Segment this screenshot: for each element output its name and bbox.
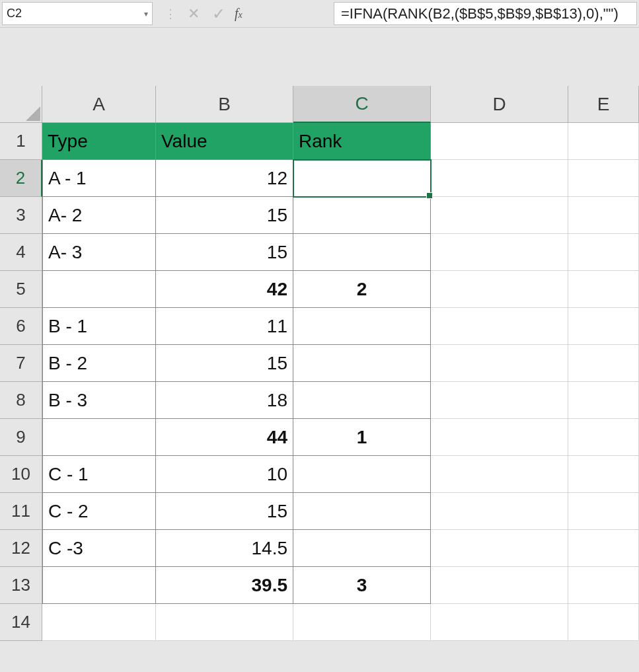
cell-D3[interactable] — [431, 197, 568, 234]
cell-C13[interactable]: 3 — [293, 567, 431, 604]
cell-E6[interactable] — [568, 308, 639, 345]
cell-E5[interactable] — [568, 271, 639, 308]
cell-D2[interactable] — [431, 160, 568, 197]
cell-B11[interactable]: 15 — [156, 493, 293, 530]
cell-E2[interactable] — [568, 160, 639, 197]
cell-D10[interactable] — [431, 456, 568, 493]
cell-E14[interactable] — [568, 604, 639, 641]
cell-B7[interactable]: 15 — [156, 345, 293, 382]
cell-A1[interactable]: Type — [42, 123, 156, 160]
row-header-14[interactable]: 14 — [0, 604, 42, 641]
col-header-C[interactable]: C — [293, 86, 431, 123]
ribbon-spacer — [0, 28, 639, 86]
cell-D6[interactable] — [431, 308, 568, 345]
cell-A14[interactable] — [42, 604, 156, 641]
cell-C10[interactable] — [293, 456, 431, 493]
chevron-down-icon[interactable]: ▾ — [144, 9, 148, 19]
spreadsheet-grid[interactable]: A B C D E 1 Type Value Rank 2 A - 1 12 3… — [0, 86, 639, 641]
cell-A10[interactable]: C - 1 — [42, 456, 156, 493]
col-header-E[interactable]: E — [568, 86, 639, 123]
cell-B13[interactable]: 39.5 — [156, 567, 293, 604]
cell-B4[interactable]: 15 — [156, 234, 293, 271]
row-header-8[interactable]: 8 — [0, 382, 42, 419]
cell-B12[interactable]: 14.5 — [156, 530, 293, 567]
cell-B3[interactable]: 15 — [156, 197, 293, 234]
select-all-triangle-icon — [26, 106, 40, 121]
cell-A4[interactable]: A- 3 — [42, 234, 156, 271]
cell-B9[interactable]: 44 — [156, 419, 293, 456]
cell-A11[interactable]: C - 2 — [42, 493, 156, 530]
fx-icon[interactable]: fx — [235, 6, 243, 21]
row-header-12[interactable]: 12 — [0, 530, 42, 567]
row-header-2[interactable]: 2 — [0, 160, 42, 197]
cell-D11[interactable] — [431, 493, 568, 530]
cell-E4[interactable] — [568, 234, 639, 271]
cell-B10[interactable]: 10 — [156, 456, 293, 493]
cell-C3[interactable] — [293, 197, 431, 234]
cell-E11[interactable] — [568, 493, 639, 530]
row-header-7[interactable]: 7 — [0, 345, 42, 382]
row-header-11[interactable]: 11 — [0, 493, 42, 530]
formula-input[interactable]: =IFNA(RANK(B2,($B$5,$B$9,$B$13),0),"") — [334, 2, 637, 25]
cell-B5[interactable]: 42 — [156, 271, 293, 308]
cell-C9[interactable]: 1 — [293, 419, 431, 456]
formula-text: =IFNA(RANK(B2,($B$5,$B$9,$B$13),0),"") — [341, 5, 619, 22]
cell-A8[interactable]: B - 3 — [42, 382, 156, 419]
name-box[interactable]: C2 ▾ — [2, 2, 153, 25]
col-header-B[interactable]: B — [156, 86, 293, 123]
cell-A6[interactable]: B - 1 — [42, 308, 156, 345]
cell-C12[interactable] — [293, 530, 431, 567]
cell-A5[interactable] — [42, 271, 156, 308]
cell-C6[interactable] — [293, 308, 431, 345]
cell-A12[interactable]: C -3 — [42, 530, 156, 567]
cell-A9[interactable] — [42, 419, 156, 456]
cancel-icon: ✕ — [184, 5, 203, 22]
col-header-A[interactable]: A — [42, 86, 156, 123]
cell-D13[interactable] — [431, 567, 568, 604]
cell-C7[interactable] — [293, 345, 431, 382]
row-header-10[interactable]: 10 — [0, 456, 42, 493]
cell-D4[interactable] — [431, 234, 568, 271]
cell-C11[interactable] — [293, 493, 431, 530]
row-header-6[interactable]: 6 — [0, 308, 42, 345]
row-header-3[interactable]: 3 — [0, 197, 42, 234]
cell-C2[interactable] — [293, 160, 431, 197]
cell-D12[interactable] — [431, 530, 568, 567]
cell-A2[interactable]: A - 1 — [42, 160, 156, 197]
cell-D14[interactable] — [431, 604, 568, 641]
formula-tools: ⋮ ✕ ✓ fx — [155, 0, 334, 27]
cell-B8[interactable]: 18 — [156, 382, 293, 419]
cell-E1[interactable] — [568, 123, 639, 160]
cell-A13[interactable] — [42, 567, 156, 604]
cell-E13[interactable] — [568, 567, 639, 604]
cell-C8[interactable] — [293, 382, 431, 419]
cell-A3[interactable]: A- 2 — [42, 197, 156, 234]
cell-B2[interactable]: 12 — [156, 160, 293, 197]
cell-E3[interactable] — [568, 197, 639, 234]
cell-E9[interactable] — [568, 419, 639, 456]
cell-B1[interactable]: Value — [156, 123, 293, 160]
cell-D8[interactable] — [431, 382, 568, 419]
cell-E7[interactable] — [568, 345, 639, 382]
row-header-4[interactable]: 4 — [0, 234, 42, 271]
cell-D1[interactable] — [431, 123, 568, 160]
cell-B14[interactable] — [156, 604, 293, 641]
cell-C14[interactable] — [293, 604, 431, 641]
cell-B6[interactable]: 11 — [156, 308, 293, 345]
cell-D9[interactable] — [431, 419, 568, 456]
cell-A7[interactable]: B - 2 — [42, 345, 156, 382]
row-header-13[interactable]: 13 — [0, 567, 42, 604]
col-header-D[interactable]: D — [431, 86, 568, 123]
cell-E8[interactable] — [568, 382, 639, 419]
cell-C4[interactable] — [293, 234, 431, 271]
cell-C5[interactable]: 2 — [293, 271, 431, 308]
cell-D5[interactable] — [431, 271, 568, 308]
select-all-corner[interactable] — [0, 86, 42, 123]
cell-E10[interactable] — [568, 456, 639, 493]
cell-E12[interactable] — [568, 530, 639, 567]
row-header-5[interactable]: 5 — [0, 271, 42, 308]
cell-D7[interactable] — [431, 345, 568, 382]
row-header-9[interactable]: 9 — [0, 419, 42, 456]
row-header-1[interactable]: 1 — [0, 123, 42, 160]
cell-C1[interactable]: Rank — [293, 123, 431, 160]
